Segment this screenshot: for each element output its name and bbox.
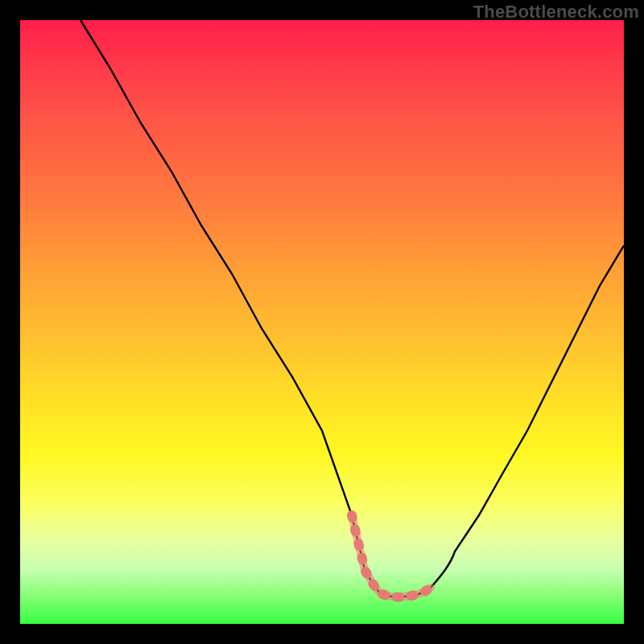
curve-svg xyxy=(20,20,624,624)
plot-area xyxy=(20,20,624,624)
bottleneck-highlight-underlay xyxy=(352,515,431,597)
chart-stage: TheBottleneck.com xyxy=(0,0,644,644)
